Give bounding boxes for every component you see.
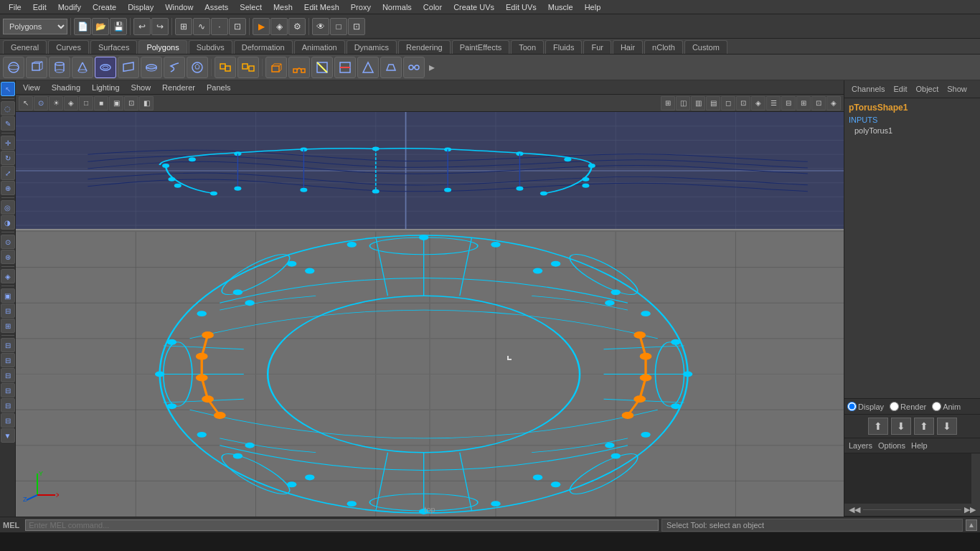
menu-color[interactable]: Color bbox=[418, 1, 448, 13]
snap-layout-btn4[interactable]: ⊟ bbox=[1, 383, 15, 397]
shelf-icon-split-polygon[interactable] bbox=[311, 57, 333, 78]
vp-icon3-btn[interactable]: ▤ bbox=[706, 96, 720, 110]
shelf-tab-deformation[interactable]: Deformation bbox=[234, 40, 293, 54]
shelf-tab-rendering[interactable]: Rendering bbox=[398, 40, 451, 54]
vp-overlay-btn[interactable]: ◧ bbox=[139, 96, 154, 110]
snap-grid-btn[interactable]: ⊞ bbox=[175, 18, 192, 35]
menu-create-uvs[interactable]: Create UVs bbox=[448, 1, 500, 13]
mel-input[interactable] bbox=[25, 519, 659, 531]
select-tool[interactable]: ↖ bbox=[1, 82, 15, 96]
menu-proxy[interactable]: Proxy bbox=[345, 1, 377, 13]
menu-normals[interactable]: Normals bbox=[377, 1, 418, 13]
render-btn[interactable]: ▶ bbox=[253, 18, 270, 35]
menu-edit-mesh[interactable]: Edit Mesh bbox=[298, 1, 345, 13]
vp-shading1-btn[interactable]: □ bbox=[79, 96, 93, 110]
snap-layout-btn1[interactable]: ⊟ bbox=[1, 338, 15, 352]
shelf-tab-hair[interactable]: Hair bbox=[613, 40, 643, 54]
shelf-tab-fluids[interactable]: Fluids bbox=[545, 40, 582, 54]
ungroup-btn[interactable]: ⊡ bbox=[348, 18, 365, 35]
menu-muscle[interactable]: Muscle bbox=[542, 1, 579, 13]
shelf-icon-sphere[interactable] bbox=[3, 57, 24, 78]
shelf-tab-subdivs[interactable]: Subdivs bbox=[189, 40, 232, 54]
snap-view-btn[interactable]: ⊡ bbox=[229, 18, 246, 35]
vp-menu-view[interactable]: View bbox=[19, 82, 44, 93]
snap-curve-btn[interactable]: ∿ bbox=[193, 18, 210, 35]
shelf-icon-extrude[interactable] bbox=[265, 57, 287, 78]
vp-menu-shading[interactable]: Shading bbox=[47, 82, 85, 93]
menu-window[interactable]: Window bbox=[159, 1, 199, 13]
menu-edit-uvs[interactable]: Edit UVs bbox=[500, 1, 542, 13]
shelf-tab-animation[interactable]: Animation bbox=[294, 40, 345, 54]
paint-select-tool[interactable]: ✎ bbox=[1, 116, 15, 131]
menu-modify[interactable]: Modify bbox=[52, 1, 87, 13]
menu-file[interactable]: File bbox=[3, 1, 27, 13]
four-pane-btn[interactable]: ⊞ bbox=[1, 319, 15, 333]
input-item-polytorus[interactable]: polyTorus1 bbox=[849, 126, 976, 136]
shelf-icon-helix[interactable] bbox=[164, 57, 185, 78]
shelf-icon-cylinder[interactable] bbox=[49, 57, 70, 78]
minimize-btn[interactable]: ▲ bbox=[966, 519, 977, 531]
vp-cam-btn[interactable]: ⊙ bbox=[34, 96, 48, 110]
shelf-tab-toon[interactable]: Toon bbox=[511, 40, 544, 54]
shelf-icon-merge[interactable] bbox=[403, 57, 425, 78]
vp-grid-btn[interactable]: ⊞ bbox=[661, 96, 675, 110]
shelf-tab-dynamics[interactable]: Dynamics bbox=[347, 40, 397, 54]
vp-menu-lighting[interactable]: Lighting bbox=[88, 82, 124, 93]
shelf-scroll-right[interactable]: ▸ bbox=[426, 57, 438, 78]
menu-create[interactable]: Create bbox=[87, 1, 122, 13]
save-scene-btn[interactable]: 💾 bbox=[110, 18, 127, 35]
shelf-icon-combine[interactable] bbox=[215, 57, 236, 78]
vp-icon10-btn[interactable]: ⊡ bbox=[811, 96, 826, 110]
vp-shading2-btn[interactable]: ■ bbox=[94, 96, 108, 110]
shelf-icon-cone[interactable] bbox=[72, 57, 93, 78]
shelf-tab-polygons[interactable]: Polygons bbox=[138, 40, 187, 54]
ch-header-channels[interactable]: Channels bbox=[849, 84, 887, 94]
layer-opt-layers[interactable]: Layers bbox=[849, 441, 872, 450]
shelf-icon-plane[interactable] bbox=[118, 57, 139, 78]
vp-select-btn[interactable]: ↖ bbox=[19, 96, 33, 110]
vp-wire-btn[interactable]: ⊡ bbox=[124, 96, 138, 110]
ch-header-edit[interactable]: Edit bbox=[890, 84, 910, 94]
vp-icon9-btn[interactable]: ⊞ bbox=[796, 96, 811, 110]
universal-tool[interactable]: ⊕ bbox=[1, 181, 15, 195]
vp-menu-panels[interactable]: Panels bbox=[202, 82, 235, 93]
vp-icon11-btn[interactable]: ◈ bbox=[826, 96, 841, 110]
undo-btn[interactable]: ↩ bbox=[133, 18, 151, 35]
lasso-tool[interactable]: ◌ bbox=[1, 101, 15, 116]
vp-icon6-btn[interactable]: ◈ bbox=[751, 96, 765, 110]
layer-scrollbar[interactable] bbox=[971, 453, 980, 504]
menu-display[interactable]: Display bbox=[122, 1, 159, 13]
vp-icon8-btn[interactable]: ⊟ bbox=[781, 96, 796, 110]
vp-menu-show[interactable]: Show bbox=[127, 82, 156, 93]
shelf-icon-soccer[interactable] bbox=[187, 57, 208, 78]
viewport-canvas[interactable]: Y X Z top bbox=[16, 112, 844, 517]
shelf-icon-disk[interactable] bbox=[141, 57, 162, 78]
snap-together-tool[interactable]: ⊙ bbox=[1, 235, 15, 249]
artisan-tool[interactable]: ◈ bbox=[1, 269, 15, 283]
open-scene-btn[interactable]: 📂 bbox=[92, 18, 109, 35]
shelf-icon-separate[interactable] bbox=[237, 57, 259, 78]
shelf-tab-curves[interactable]: Curves bbox=[48, 40, 89, 54]
menu-edit[interactable]: Edit bbox=[27, 1, 52, 13]
single-viewport-btn[interactable]: ▣ bbox=[1, 288, 15, 303]
snap-layout-btn6[interactable]: ⊟ bbox=[1, 413, 15, 428]
soft-mod-tool[interactable]: ◎ bbox=[1, 200, 15, 215]
shelf-tab-painteffects[interactable]: PaintEffects bbox=[452, 40, 510, 54]
snap-layout-btn2[interactable]: ⊟ bbox=[1, 353, 15, 367]
mode-dropdown[interactable]: Polygons Surfaces Dynamics Rendering Ani… bbox=[3, 19, 67, 34]
ch-header-show[interactable]: Show bbox=[944, 84, 970, 94]
shelf-tab-surfaces[interactable]: Surfaces bbox=[90, 40, 137, 54]
two-pane-btn[interactable]: ⊟ bbox=[1, 303, 15, 318]
rotate-tool[interactable]: ↻ bbox=[1, 151, 15, 165]
vp-shading3-btn[interactable]: ▣ bbox=[109, 96, 123, 110]
render-settings-btn[interactable]: ⚙ bbox=[288, 18, 306, 35]
ipr-btn[interactable]: ◈ bbox=[270, 18, 288, 35]
shelf-tab-general[interactable]: General bbox=[3, 40, 47, 54]
nav-right-btn[interactable]: ▶▶ bbox=[964, 505, 976, 514]
scale-tool[interactable]: ⤢ bbox=[1, 166, 15, 180]
ch-header-object[interactable]: Object bbox=[913, 84, 941, 94]
show-hide-btn[interactable]: 👁 bbox=[312, 18, 329, 35]
vp-menu-renderer[interactable]: Renderer bbox=[158, 82, 199, 93]
menu-assets[interactable]: Assets bbox=[199, 1, 234, 13]
shelf-icon-bridge[interactable] bbox=[288, 57, 310, 78]
